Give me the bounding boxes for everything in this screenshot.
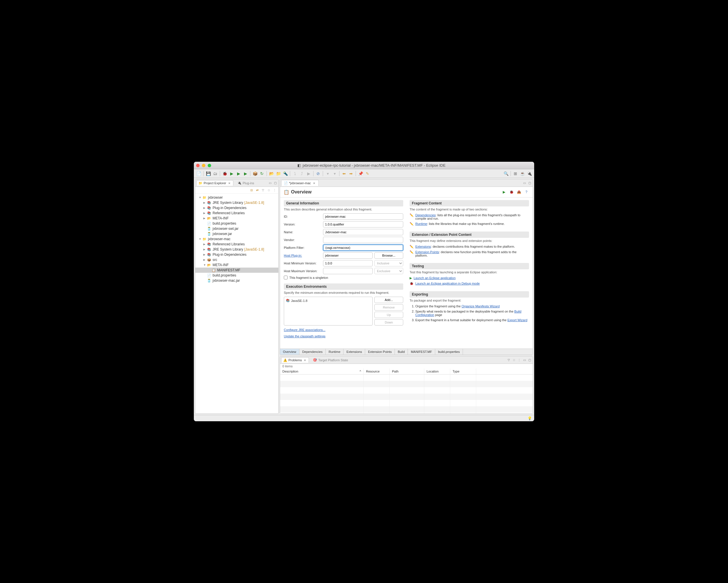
editor-page-tab-build-properties[interactable]: build.properties bbox=[435, 349, 463, 355]
run-icon[interactable]: ▶ bbox=[229, 170, 235, 177]
filter-icon[interactable]: ▽ bbox=[261, 188, 265, 192]
forward-icon[interactable]: ➡ bbox=[348, 170, 354, 177]
perspective-icon[interactable]: ⊞ bbox=[512, 170, 519, 177]
exec-env-list[interactable]: 📚 JavaSE-1.8 bbox=[284, 297, 373, 325]
view-menu-icon[interactable]: ⋮ bbox=[272, 188, 277, 192]
close-tab-icon[interactable]: ✕ bbox=[227, 181, 231, 185]
col-type[interactable]: Type bbox=[450, 369, 476, 374]
minimize-view-icon[interactable]: ▭ bbox=[268, 181, 272, 185]
link-editor-icon[interactable]: ⇄ bbox=[255, 188, 259, 192]
minimize-editor-icon[interactable]: ▭ bbox=[522, 181, 526, 185]
project-explorer-tab[interactable]: 📁 Project Explorer ✕ bbox=[197, 180, 233, 186]
tree-item-src[interactable]: ▶📦src bbox=[195, 257, 278, 262]
maximize-view-icon[interactable]: ▢ bbox=[273, 181, 277, 185]
resume-icon[interactable]: ▶ bbox=[306, 170, 312, 177]
editor-tab-jxbrowser-mac[interactable]: 📄 *jxbrowser-mac ✕ bbox=[281, 180, 319, 186]
minimize-window-button[interactable] bbox=[202, 164, 205, 167]
editor-page-tab-overview[interactable]: Overview bbox=[280, 349, 300, 355]
tree-item-jxbrowser-mac-jar[interactable]: 🫙jxbrowser-mac.jar bbox=[195, 278, 278, 283]
back-icon[interactable]: ⬅ bbox=[341, 170, 347, 177]
exec-env-item[interactable]: 📚 JavaSE-1.8 bbox=[285, 298, 371, 303]
tip-icon[interactable]: 💡 bbox=[527, 416, 532, 420]
update-classpath-link[interactable]: Update the classpath settings bbox=[284, 335, 326, 338]
browse-button[interactable]: Browse... bbox=[374, 252, 403, 259]
debug-plugin-icon[interactable]: 🐞 bbox=[509, 189, 514, 195]
tree-item-meta-inf[interactable]: ▶📂META-INF bbox=[195, 216, 278, 221]
problems-focus-icon[interactable]: ⊙ bbox=[512, 358, 516, 362]
up-button[interactable]: Up bbox=[374, 312, 403, 318]
new-icon[interactable]: 📄 bbox=[196, 170, 202, 177]
name-input[interactable] bbox=[323, 229, 403, 235]
package-icon[interactable]: 📦 bbox=[252, 170, 258, 177]
close-editor-tab-icon[interactable]: ✕ bbox=[312, 181, 316, 185]
tree-item-referenced-libraries[interactable]: ▶📚Referenced Libraries bbox=[195, 242, 278, 247]
export-wizard-link[interactable]: Export Wizard bbox=[508, 318, 527, 322]
tree-item-build-properties[interactable]: 📄build.properties bbox=[195, 221, 278, 226]
tree-item-jxbrowser-mac[interactable]: ▼📁jxbrowser-mac bbox=[195, 236, 278, 242]
runtime-link[interactable]: Runtime bbox=[415, 222, 427, 226]
dropdown-icon[interactable]: ▾ bbox=[324, 170, 331, 177]
minimize-problems-icon[interactable]: ▭ bbox=[522, 358, 526, 362]
editor-page-tab-extensions[interactable]: Extensions bbox=[343, 349, 365, 355]
tree-item-jre-system-library[interactable]: ▶📚JRE System Library[JavaSE-1.8] bbox=[195, 200, 278, 205]
col-resource[interactable]: Resource bbox=[364, 369, 390, 374]
host-plugin-input[interactable] bbox=[323, 252, 373, 259]
run-plugin-icon[interactable]: ▶ bbox=[501, 189, 507, 195]
problems-tab[interactable]: ⚠️ Problems ✕ bbox=[281, 357, 309, 363]
search-icon[interactable]: 🔦 bbox=[282, 170, 288, 177]
quick-access-icon[interactable]: 🔍 bbox=[503, 170, 509, 177]
skip-breakpoints-icon[interactable]: ⊘ bbox=[315, 170, 321, 177]
editor-page-tab-dependencies[interactable]: Dependencies bbox=[300, 349, 326, 355]
add-button[interactable]: Add... bbox=[374, 297, 403, 303]
host-min-input[interactable] bbox=[323, 260, 373, 266]
open-task-icon[interactable]: 📁 bbox=[275, 170, 282, 177]
extensions-link[interactable]: Extensions bbox=[415, 245, 431, 248]
problems-menu-icon[interactable]: ⋮ bbox=[517, 358, 521, 362]
problems-filter-icon[interactable]: ▽ bbox=[507, 358, 511, 362]
pin-icon[interactable]: 📌 bbox=[357, 170, 364, 177]
plugins-tab[interactable]: 🔌 Plug-ins bbox=[236, 181, 256, 185]
dependencies-link[interactable]: Dependencies bbox=[415, 213, 436, 217]
platform-filter-input[interactable] bbox=[323, 244, 403, 251]
col-path[interactable]: Path bbox=[390, 369, 424, 374]
tree-item-plug-in-dependencies[interactable]: ▶📚Plug-in Dependencies bbox=[195, 252, 278, 257]
wand-icon[interactable]: ✎ bbox=[364, 170, 371, 177]
step-over-icon[interactable]: ⤴ bbox=[298, 170, 305, 177]
editor-page-tab-build[interactable]: Build bbox=[395, 349, 408, 355]
close-problems-tab-icon[interactable]: ✕ bbox=[303, 358, 307, 362]
project-tree[interactable]: ▼📁jxbrowser▶📚JRE System Library[JavaSE-1… bbox=[195, 194, 278, 414]
maximize-window-button[interactable] bbox=[208, 164, 211, 167]
collapse-all-icon[interactable]: ⊟ bbox=[250, 188, 254, 192]
export-plugin-icon[interactable]: 📤 bbox=[516, 189, 522, 195]
editor-page-tab-extension-points[interactable]: Extension Points bbox=[365, 349, 395, 355]
extension-points-link[interactable]: Extension Points bbox=[415, 250, 439, 254]
refresh-icon[interactable]: ↻ bbox=[259, 170, 265, 177]
id-input[interactable] bbox=[323, 213, 403, 220]
save-all-icon[interactable]: 🗂 bbox=[212, 170, 218, 177]
focus-icon[interactable]: ⊙ bbox=[267, 188, 271, 192]
col-description[interactable]: Description^ bbox=[280, 369, 364, 374]
host-max-input[interactable] bbox=[323, 268, 373, 274]
singleton-checkbox[interactable] bbox=[284, 276, 288, 280]
target-platform-tab[interactable]: 🎯 Target Platform State bbox=[311, 357, 349, 363]
tree-item-jxbrowser[interactable]: ▼📁jxbrowser bbox=[195, 195, 278, 200]
host-plugin-link[interactable]: Host Plug-in: bbox=[284, 254, 302, 257]
close-window-button[interactable] bbox=[196, 164, 200, 167]
tree-item-manifest-mf[interactable]: 📋MANIFEST.MF bbox=[195, 268, 278, 273]
tree-item-referenced-libraries[interactable]: ▶📚Referenced Libraries bbox=[195, 210, 278, 216]
launch-debug-link[interactable]: Launch an Eclipse application in Debug m… bbox=[415, 282, 480, 285]
maximize-editor-icon[interactable]: ▢ bbox=[527, 181, 531, 185]
tree-item-build-properties[interactable]: 📄build.properties bbox=[195, 273, 278, 278]
tree-item-jxbrowser-jar[interactable]: 🫙jxbrowser.jar bbox=[195, 231, 278, 236]
version-input[interactable] bbox=[323, 221, 403, 228]
debug-icon[interactable]: 🐞 bbox=[222, 170, 228, 177]
dropdown2-icon[interactable]: ▾ bbox=[331, 170, 338, 177]
configure-jre-link[interactable]: Configure JRE associations... bbox=[284, 328, 326, 332]
remove-button[interactable]: Remove bbox=[374, 304, 403, 311]
down-button[interactable]: Down bbox=[374, 319, 403, 325]
save-icon[interactable]: 💾 bbox=[205, 170, 211, 177]
editor-page-tab-runtime[interactable]: Runtime bbox=[326, 349, 343, 355]
plugin-perspective-icon[interactable]: 🔌 bbox=[526, 170, 532, 177]
run-last-icon[interactable]: ▶ bbox=[242, 170, 249, 177]
vendor-input[interactable] bbox=[323, 237, 403, 243]
